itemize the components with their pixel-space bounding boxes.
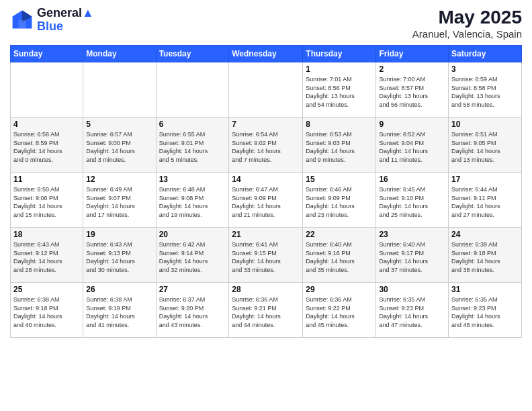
calendar-cell: 30Sunrise: 6:35 AM Sunset: 9:23 PM Dayli… (376, 283, 449, 338)
day-info: Sunrise: 6:40 AM Sunset: 9:17 PM Dayligh… (379, 240, 445, 274)
header: General▲ Blue May 2025 Aranuel, Valencia… (10, 7, 522, 40)
week-row-4: 18Sunrise: 6:43 AM Sunset: 9:12 PM Dayli… (11, 228, 522, 283)
day-info: Sunrise: 6:50 AM Sunset: 9:06 PM Dayligh… (13, 185, 80, 219)
calendar-cell: 6Sunrise: 6:55 AM Sunset: 9:01 PM Daylig… (156, 118, 229, 173)
calendar-cell: 29Sunrise: 6:36 AM Sunset: 9:22 PM Dayli… (303, 283, 376, 338)
calendar-cell: 19Sunrise: 6:43 AM Sunset: 9:13 PM Dayli… (83, 228, 156, 283)
logo: General▲ Blue (10, 7, 94, 34)
calendar-cell: 25Sunrise: 6:38 AM Sunset: 9:18 PM Dayli… (11, 283, 83, 338)
day-info: Sunrise: 6:44 AM Sunset: 9:11 PM Dayligh… (451, 185, 519, 219)
day-number: 12 (86, 175, 152, 184)
calendar-cell: 12Sunrise: 6:49 AM Sunset: 9:07 PM Dayli… (83, 173, 156, 228)
day-number: 8 (306, 120, 373, 129)
day-info: Sunrise: 6:43 AM Sunset: 9:12 PM Dayligh… (13, 240, 80, 274)
day-info: Sunrise: 6:55 AM Sunset: 9:01 PM Dayligh… (159, 130, 226, 164)
calendar-cell: 27Sunrise: 6:37 AM Sunset: 9:20 PM Dayli… (156, 283, 229, 338)
day-info: Sunrise: 6:52 AM Sunset: 9:04 PM Dayligh… (379, 130, 445, 164)
calendar-cell: 4Sunrise: 6:58 AM Sunset: 8:59 PM Daylig… (11, 118, 83, 173)
calendar-cell (156, 62, 229, 118)
calendar-cell: 31Sunrise: 6:35 AM Sunset: 9:23 PM Dayli… (449, 283, 522, 338)
calendar-cell (229, 62, 303, 118)
day-number: 19 (86, 230, 152, 239)
day-info: Sunrise: 6:48 AM Sunset: 9:08 PM Dayligh… (159, 185, 226, 219)
calendar-cell: 24Sunrise: 6:39 AM Sunset: 9:18 PM Dayli… (449, 228, 522, 283)
page: General▲ Blue May 2025 Aranuel, Valencia… (0, 0, 532, 411)
calendar-cell: 15Sunrise: 6:46 AM Sunset: 9:09 PM Dayli… (303, 173, 376, 228)
title-block: May 2025 Aranuel, Valencia, Spain (412, 7, 522, 40)
day-info: Sunrise: 6:47 AM Sunset: 9:09 PM Dayligh… (232, 185, 300, 219)
day-info: Sunrise: 6:37 AM Sunset: 9:20 PM Dayligh… (159, 295, 226, 329)
week-row-5: 25Sunrise: 6:38 AM Sunset: 9:18 PM Dayli… (11, 283, 522, 338)
calendar-cell: 23Sunrise: 6:40 AM Sunset: 9:17 PM Dayli… (376, 228, 449, 283)
day-number: 20 (159, 230, 226, 239)
week-row-2: 4Sunrise: 6:58 AM Sunset: 8:59 PM Daylig… (11, 118, 522, 173)
weekday-header-row: SundayMondayTuesdayWednesdayThursdayFrid… (11, 46, 522, 62)
calendar-cell: 1Sunrise: 7:01 AM Sunset: 8:56 PM Daylig… (303, 62, 376, 118)
week-row-3: 11Sunrise: 6:50 AM Sunset: 9:06 PM Dayli… (11, 173, 522, 228)
day-info: Sunrise: 6:46 AM Sunset: 9:09 PM Dayligh… (306, 185, 373, 219)
weekday-monday: Monday (83, 46, 156, 62)
day-number: 2 (379, 64, 445, 74)
week-row-1: 1Sunrise: 7:01 AM Sunset: 8:56 PM Daylig… (11, 62, 522, 118)
day-number: 22 (306, 230, 373, 239)
calendar-cell: 5Sunrise: 6:57 AM Sunset: 9:00 PM Daylig… (83, 118, 156, 173)
day-number: 10 (451, 120, 519, 129)
calendar-cell: 7Sunrise: 6:54 AM Sunset: 9:02 PM Daylig… (229, 118, 303, 173)
day-info: Sunrise: 6:58 AM Sunset: 8:59 PM Dayligh… (13, 130, 80, 164)
weekday-friday: Friday (376, 46, 449, 62)
calendar-cell: 8Sunrise: 6:53 AM Sunset: 9:03 PM Daylig… (303, 118, 376, 173)
day-number: 3 (451, 64, 519, 74)
day-info: Sunrise: 6:36 AM Sunset: 9:22 PM Dayligh… (306, 295, 373, 329)
day-number: 16 (379, 175, 445, 184)
day-number: 28 (232, 285, 300, 294)
weekday-sunday: Sunday (11, 46, 83, 62)
day-number: 4 (13, 120, 80, 129)
calendar-cell: 3Sunrise: 6:59 AM Sunset: 8:58 PM Daylig… (449, 62, 522, 118)
day-info: Sunrise: 7:01 AM Sunset: 8:56 PM Dayligh… (306, 75, 373, 109)
day-info: Sunrise: 6:36 AM Sunset: 9:21 PM Dayligh… (232, 295, 300, 329)
day-info: Sunrise: 6:59 AM Sunset: 8:58 PM Dayligh… (451, 75, 519, 109)
calendar-cell (83, 62, 156, 118)
page-subtitle: Aranuel, Valencia, Spain (412, 28, 522, 40)
day-info: Sunrise: 6:54 AM Sunset: 9:02 PM Dayligh… (232, 130, 300, 164)
day-number: 15 (306, 175, 373, 184)
calendar-cell: 14Sunrise: 6:47 AM Sunset: 9:09 PM Dayli… (229, 173, 303, 228)
page-title: May 2025 (412, 7, 522, 28)
day-number: 26 (86, 285, 152, 294)
calendar-cell (11, 62, 83, 118)
day-info: Sunrise: 6:43 AM Sunset: 9:13 PM Dayligh… (86, 240, 152, 274)
day-number: 17 (451, 175, 519, 184)
day-number: 24 (451, 230, 519, 239)
day-number: 31 (451, 285, 519, 294)
day-number: 21 (232, 230, 300, 239)
day-info: Sunrise: 6:35 AM Sunset: 9:23 PM Dayligh… (379, 295, 445, 329)
logo-text: General▲ Blue (37, 7, 94, 34)
day-number: 27 (159, 285, 226, 294)
svg-rect-2 (19, 20, 26, 29)
day-number: 18 (13, 230, 80, 239)
calendar-cell: 9Sunrise: 6:52 AM Sunset: 9:04 PM Daylig… (376, 118, 449, 173)
logo-icon (10, 8, 34, 32)
day-number: 23 (379, 230, 445, 239)
calendar-cell: 16Sunrise: 6:45 AM Sunset: 9:10 PM Dayli… (376, 173, 449, 228)
day-number: 6 (159, 120, 226, 129)
calendar: SundayMondayTuesdayWednesdayThursdayFrid… (10, 45, 522, 338)
calendar-cell: 2Sunrise: 7:00 AM Sunset: 8:57 PM Daylig… (376, 62, 449, 118)
day-info: Sunrise: 7:00 AM Sunset: 8:57 PM Dayligh… (379, 75, 445, 109)
calendar-cell: 13Sunrise: 6:48 AM Sunset: 9:08 PM Dayli… (156, 173, 229, 228)
calendar-cell: 21Sunrise: 6:41 AM Sunset: 9:15 PM Dayli… (229, 228, 303, 283)
weekday-wednesday: Wednesday (229, 46, 303, 62)
day-info: Sunrise: 6:53 AM Sunset: 9:03 PM Dayligh… (306, 130, 373, 164)
day-number: 25 (13, 285, 80, 294)
day-number: 11 (13, 175, 80, 184)
calendar-cell: 17Sunrise: 6:44 AM Sunset: 9:11 PM Dayli… (449, 173, 522, 228)
day-number: 9 (379, 120, 445, 129)
day-number: 1 (306, 64, 373, 74)
calendar-cell: 18Sunrise: 6:43 AM Sunset: 9:12 PM Dayli… (11, 228, 83, 283)
day-info: Sunrise: 6:51 AM Sunset: 9:05 PM Dayligh… (451, 130, 519, 164)
weekday-saturday: Saturday (449, 46, 522, 62)
day-info: Sunrise: 6:38 AM Sunset: 9:19 PM Dayligh… (86, 295, 152, 329)
calendar-cell: 20Sunrise: 6:42 AM Sunset: 9:14 PM Dayli… (156, 228, 229, 283)
day-number: 30 (379, 285, 445, 294)
calendar-cell: 26Sunrise: 6:38 AM Sunset: 9:19 PM Dayli… (83, 283, 156, 338)
